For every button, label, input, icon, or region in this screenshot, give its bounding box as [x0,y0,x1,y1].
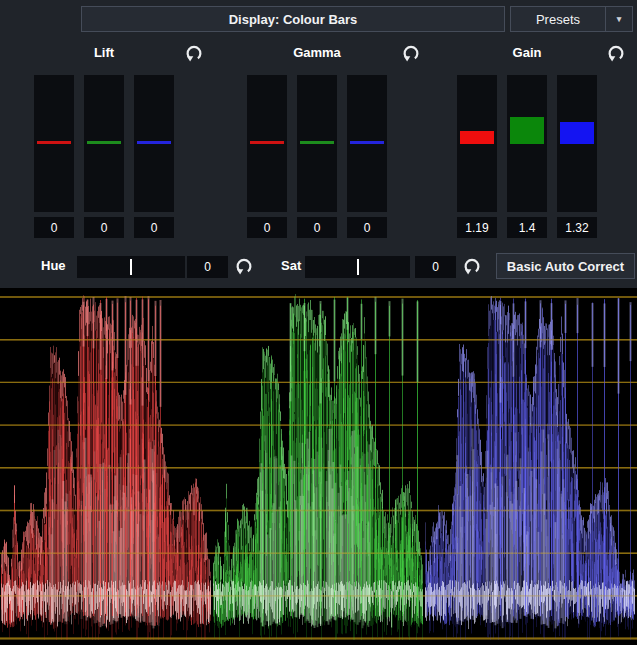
gamma-blue-handle[interactable] [350,141,384,144]
gain-blue-slider[interactable] [557,75,597,212]
lift-green-handle[interactable] [87,141,121,144]
hue-value[interactable]: 0 [187,256,228,278]
lift-green-slider[interactable] [84,75,124,212]
sat-slider-handle[interactable] [357,259,359,275]
gain-red-slider[interactable] [457,75,497,212]
sat-value[interactable]: 0 [415,256,456,278]
gain-reset-icon[interactable] [606,43,626,63]
gain-green-slider[interactable] [507,75,547,212]
presets-button[interactable]: Presets ▾ [510,6,633,32]
lift-blue-handle[interactable] [137,141,171,144]
lift-blue-value[interactable]: 0 [134,217,174,238]
gamma-blue-value[interactable]: 0 [347,217,387,238]
gamma-green-value[interactable]: 0 [297,217,337,238]
hue-label: Hue [41,258,66,273]
lift-section-label: Lift [34,45,174,60]
gain-green-handle[interactable] [510,117,544,144]
gain-red-value[interactable]: 1.19 [457,217,497,238]
gamma-red-handle[interactable] [250,141,284,144]
gamma-section-label: Gamma [247,45,387,60]
hue-slider[interactable] [77,256,185,278]
gain-red-handle[interactable] [460,131,494,144]
colour-correction-panel: Display: Colour Bars Presets ▾ Lift Gamm… [0,0,637,645]
gamma-blue-slider[interactable] [347,75,387,212]
sat-slider[interactable] [305,256,410,278]
presets-label: Presets [511,7,605,31]
hue-reset-icon[interactable] [234,256,254,276]
lift-red-handle[interactable] [37,141,71,144]
basic-auto-correct-button[interactable]: Basic Auto Correct [496,253,635,279]
display-mode-button[interactable]: Display: Colour Bars [81,6,505,32]
sat-reset-icon[interactable] [462,256,482,276]
lift-red-slider[interactable] [34,75,74,212]
gamma-red-slider[interactable] [247,75,287,212]
gain-blue-value[interactable]: 1.32 [557,217,597,238]
gain-blue-handle[interactable] [560,122,594,144]
gamma-red-value[interactable]: 0 [247,217,287,238]
hue-slider-handle[interactable] [130,259,132,275]
gain-green-value[interactable]: 1.4 [507,217,547,238]
sat-label: Sat [281,258,301,273]
waveform-scope [0,288,637,645]
lift-red-value[interactable]: 0 [34,217,74,238]
gamma-green-handle[interactable] [300,141,334,144]
lift-reset-icon[interactable] [184,43,204,63]
gamma-green-slider[interactable] [297,75,337,212]
gain-section-label: Gain [457,45,597,60]
lift-blue-slider[interactable] [134,75,174,212]
chevron-down-icon[interactable]: ▾ [605,7,632,31]
lift-green-value[interactable]: 0 [84,217,124,238]
gamma-reset-icon[interactable] [401,43,421,63]
